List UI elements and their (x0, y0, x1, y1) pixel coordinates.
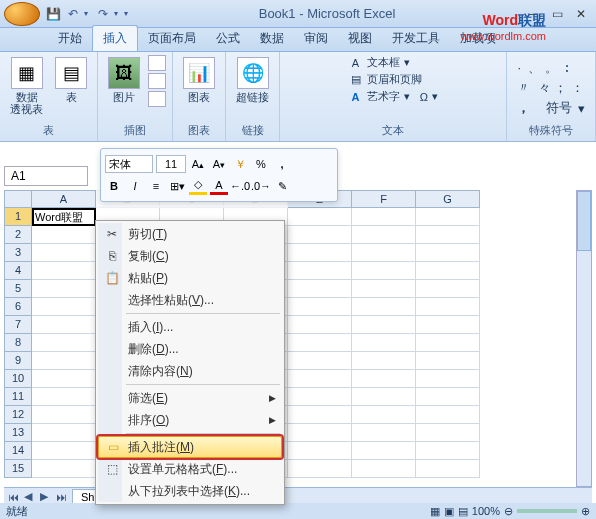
view-pagebreak-icon[interactable]: ▤ (458, 505, 468, 518)
ctx-format-cells[interactable]: ⬚设置单元格格式(F)... (98, 458, 282, 480)
restore-button[interactable]: ▭ (546, 5, 568, 23)
undo-dropdown[interactable]: ▾ (84, 5, 92, 23)
tab-pagelayout[interactable]: 页面布局 (138, 26, 206, 51)
cell[interactable] (288, 208, 352, 226)
zoom-in-button[interactable]: ⊕ (581, 505, 590, 518)
col-header-g[interactable]: G (416, 190, 480, 208)
tab-home[interactable]: 开始 (48, 26, 92, 51)
cell[interactable] (352, 388, 416, 406)
comma-icon[interactable]: , (273, 155, 291, 173)
bold-icon[interactable]: B (105, 177, 123, 195)
cell[interactable] (416, 406, 480, 424)
row-header[interactable]: 13 (4, 424, 32, 442)
cell[interactable] (352, 244, 416, 262)
cell[interactable] (352, 406, 416, 424)
cell[interactable] (352, 352, 416, 370)
cell[interactable] (416, 262, 480, 280)
italic-icon[interactable]: I (126, 177, 144, 195)
sheet-nav-next[interactable]: ▶ (40, 490, 54, 503)
tab-developer[interactable]: 开发工具 (382, 26, 450, 51)
cell[interactable] (416, 334, 480, 352)
symbol-row2[interactable]: 〃 々 ； ： (517, 79, 585, 97)
align-center-icon[interactable]: ≡ (147, 177, 165, 195)
cell[interactable] (352, 280, 416, 298)
cell[interactable] (288, 388, 352, 406)
cell[interactable] (352, 370, 416, 388)
cell[interactable] (32, 316, 96, 334)
grow-font-icon[interactable]: A▴ (189, 155, 207, 173)
picture-button[interactable]: 🖼 图片 (104, 55, 144, 105)
cell[interactable] (32, 370, 96, 388)
row-header[interactable]: 2 (4, 226, 32, 244)
cell[interactable] (288, 244, 352, 262)
borders-icon[interactable]: ⊞▾ (168, 177, 186, 195)
tab-insert[interactable]: 插入 (92, 25, 138, 51)
cell[interactable] (352, 334, 416, 352)
percent-icon[interactable]: % (252, 155, 270, 173)
currency-icon[interactable]: ￥ (231, 155, 249, 173)
undo-icon[interactable]: ↶ (64, 5, 82, 23)
zoom-level[interactable]: 100% (472, 505, 500, 517)
cell-a1[interactable]: Word联盟 (32, 208, 96, 226)
hyperlink-button[interactable]: 🌐 超链接 (232, 55, 273, 105)
select-all-corner[interactable] (4, 190, 32, 208)
cell[interactable] (352, 442, 416, 460)
row-header[interactable]: 9 (4, 352, 32, 370)
cell[interactable] (416, 424, 480, 442)
chart-button[interactable]: 📊 图表 (179, 55, 219, 105)
format-painter-icon[interactable]: ✎ (273, 177, 291, 195)
cell[interactable] (32, 244, 96, 262)
decrease-decimal-icon[interactable]: .0→ (252, 177, 270, 195)
cell[interactable] (32, 388, 96, 406)
cell[interactable] (352, 316, 416, 334)
increase-decimal-icon[interactable]: ←.0 (231, 177, 249, 195)
tab-view[interactable]: 视图 (338, 26, 382, 51)
cell[interactable] (352, 460, 416, 478)
row-header[interactable]: 10 (4, 370, 32, 388)
cell[interactable] (288, 316, 352, 334)
symbol-row1[interactable]: · 、 。 ︰ (517, 59, 585, 77)
cell[interactable] (416, 280, 480, 298)
symbols-button[interactable]: ， 符号 ▾ (517, 99, 585, 117)
cell[interactable] (32, 442, 96, 460)
smartart-icon[interactable] (148, 91, 166, 107)
col-header-f[interactable]: F (352, 190, 416, 208)
sheet-nav-prev[interactable]: ◀ (24, 490, 38, 503)
header-footer-button[interactable]: ▤页眉和页脚 (349, 72, 438, 87)
row-header[interactable]: 12 (4, 406, 32, 424)
cell[interactable] (32, 424, 96, 442)
cell[interactable] (32, 460, 96, 478)
close-button[interactable]: ✕ (570, 5, 592, 23)
fill-color-icon[interactable]: ◇ (189, 177, 207, 195)
font-color-icon[interactable]: A (210, 177, 228, 195)
tab-data[interactable]: 数据 (250, 26, 294, 51)
cell[interactable] (352, 424, 416, 442)
cell[interactable] (288, 334, 352, 352)
redo-icon[interactable]: ↷ (94, 5, 112, 23)
ctx-paste-special[interactable]: 选择性粘贴(V)... (98, 289, 282, 311)
tab-review[interactable]: 审阅 (294, 26, 338, 51)
cell[interactable] (288, 370, 352, 388)
wordart-button[interactable]: A艺术字 ▾ Ω ▾ (349, 89, 438, 104)
ctx-copy[interactable]: ⎘复制(C) (98, 245, 282, 267)
cell[interactable] (352, 208, 416, 226)
tab-formulas[interactable]: 公式 (206, 26, 250, 51)
textbox-button[interactable]: A文本框 ▾ (349, 55, 438, 70)
table-button[interactable]: ▤ 表 (51, 55, 91, 105)
cell[interactable] (32, 298, 96, 316)
col-header-a[interactable]: A (32, 190, 96, 208)
ctx-sort[interactable]: 排序(O)▶ (98, 409, 282, 431)
cell[interactable] (32, 334, 96, 352)
mini-font-name[interactable] (105, 155, 153, 173)
sheet-nav-first[interactable]: ⏮ (8, 491, 22, 503)
ctx-pick-from-list[interactable]: 从下拉列表中选择(K)... (98, 480, 282, 502)
qat-customize[interactable]: ▾ (124, 5, 132, 23)
ctx-insert-comment[interactable]: ▭插入批注(M) (98, 436, 282, 458)
zoom-out-button[interactable]: ⊖ (504, 505, 513, 518)
ctx-cut[interactable]: ✂剪切(T) (98, 223, 282, 245)
cell[interactable] (288, 226, 352, 244)
row-header[interactable]: 14 (4, 442, 32, 460)
cell[interactable] (416, 442, 480, 460)
cell[interactable] (416, 226, 480, 244)
shapes-icon[interactable] (148, 73, 166, 89)
